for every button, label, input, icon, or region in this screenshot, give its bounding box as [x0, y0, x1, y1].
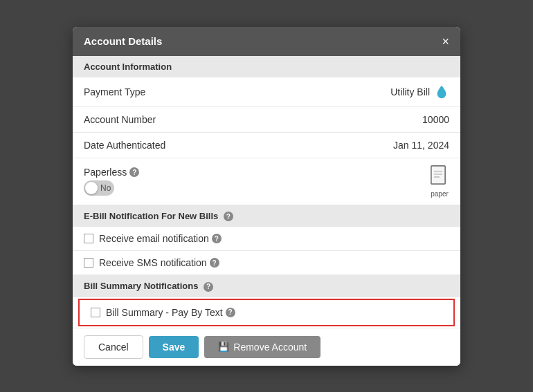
- date-authenticated-value: Jan 11, 2024: [393, 140, 449, 151]
- ebill-section-label: E-Bill Notification For New Bills: [84, 211, 218, 221]
- ebill-section-header: E-Bill Notification For New Bills ?: [73, 205, 460, 227]
- bill-summary-pay-by-text-label: Bill Summary - Pay By Text ?: [106, 307, 235, 318]
- modal-overlay: Account Details × Account Information Pa…: [0, 0, 533, 392]
- payment-type-text: Utility Bill: [390, 86, 430, 97]
- sms-notification-checkbox[interactable]: [84, 258, 93, 268]
- toggle-label: No: [100, 183, 111, 193]
- water-drop-icon: [434, 84, 449, 100]
- remove-account-disk-icon: 💾: [218, 342, 229, 352]
- bill-summary-pay-by-text-checkbox[interactable]: [91, 308, 100, 317]
- paperless-toggle[interactable]: No: [84, 180, 114, 196]
- email-notification-label: Receive email notification ?: [99, 233, 222, 244]
- close-button[interactable]: ×: [442, 35, 449, 48]
- paperless-left: Paperless ? No: [84, 167, 139, 196]
- save-button[interactable]: Save: [149, 336, 199, 358]
- email-notification-row: Receive email notification ?: [73, 227, 460, 251]
- bill-summary-pay-by-text-help-icon[interactable]: ?: [226, 308, 235, 317]
- paperless-label-container: Paperless ?: [84, 167, 139, 178]
- bill-summary-section-help-icon[interactable]: ?: [204, 282, 213, 292]
- cancel-button[interactable]: Cancel: [84, 335, 143, 359]
- bill-summary-pay-by-text-text: Bill Summary - Pay By Text: [106, 307, 223, 318]
- paper-icon-container: paper: [430, 165, 449, 198]
- payment-type-label: Payment Type: [84, 86, 145, 97]
- payment-type-value: Utility Bill: [390, 84, 449, 100]
- account-details-modal: Account Details × Account Information Pa…: [73, 27, 460, 366]
- date-authenticated-row: Date Authenticated Jan 11, 2024: [73, 133, 460, 158]
- modal-footer: Cancel Save 💾 Remove Account: [73, 328, 460, 366]
- payment-type-row: Payment Type Utility Bill: [73, 77, 460, 107]
- email-notification-text: Receive email notification: [99, 233, 209, 244]
- email-notification-checkbox[interactable]: [84, 234, 93, 243]
- account-information-section-header: Account Information: [73, 56, 460, 77]
- email-notification-help-icon[interactable]: ?: [212, 234, 222, 243]
- account-number-label: Account Number: [84, 114, 156, 125]
- sms-notification-label: Receive SMS notification ?: [99, 257, 219, 268]
- document-svg: [430, 165, 449, 187]
- remove-account-button[interactable]: 💾 Remove Account: [204, 336, 320, 358]
- bill-summary-pay-by-text-row: Bill Summary - Pay By Text ?: [78, 299, 455, 326]
- sms-notification-help-icon[interactable]: ?: [210, 258, 219, 268]
- modal-body: Account Information Payment Type Utility…: [73, 56, 460, 326]
- paperless-label-text: Paperless: [84, 167, 127, 178]
- paper-icon-label: paper: [431, 190, 449, 198]
- sms-notification-row: Receive SMS notification ?: [73, 251, 460, 275]
- toggle-knob: [85, 182, 98, 194]
- sms-notification-text: Receive SMS notification: [99, 257, 207, 268]
- bill-summary-section-header: Bill Summary Notifications ?: [73, 275, 460, 297]
- paper-document-icon: [430, 165, 449, 190]
- paperless-help-icon[interactable]: ?: [129, 167, 139, 177]
- bill-summary-section-label: Bill Summary Notifications: [84, 281, 198, 291]
- remove-account-label: Remove Account: [233, 342, 307, 353]
- account-number-row: Account Number 10000: [73, 107, 460, 133]
- ebill-help-icon[interactable]: ?: [224, 212, 233, 221]
- svg-rect-1: [431, 166, 445, 184]
- account-number-value: 10000: [422, 114, 449, 125]
- modal-header: Account Details ×: [73, 27, 460, 56]
- modal-title: Account Details: [84, 35, 162, 47]
- paperless-row: Paperless ? No: [73, 158, 460, 205]
- date-authenticated-label: Date Authenticated: [84, 140, 165, 151]
